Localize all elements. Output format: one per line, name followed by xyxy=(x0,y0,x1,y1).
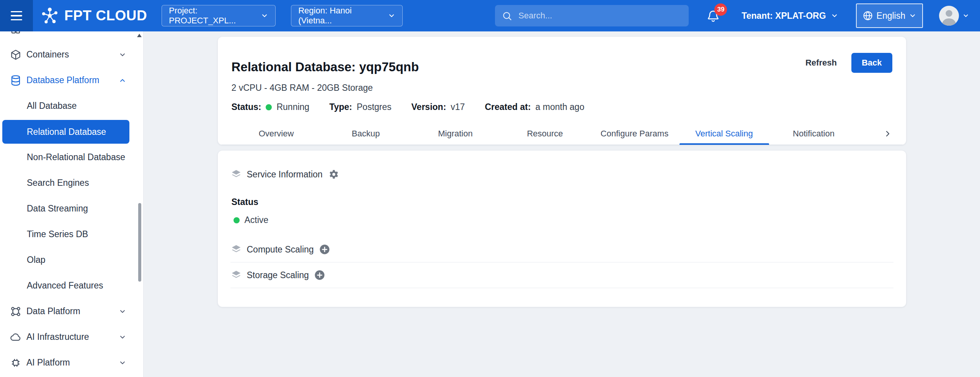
vertical-scaling-panel: Service Information Status Active Comput… xyxy=(218,151,906,307)
sidebar-scrollbar-thumb[interactable] xyxy=(138,203,141,282)
tab-vertical-scaling[interactable]: Vertical Scaling xyxy=(679,123,769,144)
refresh-button[interactable]: Refresh xyxy=(803,57,839,68)
status-meta: Status: Running xyxy=(232,102,310,112)
sidebar-item-label: Data Platform xyxy=(26,306,80,316)
chevron-down-icon xyxy=(831,12,838,20)
chevron-up-icon xyxy=(119,77,126,84)
tab-backup[interactable]: Backup xyxy=(321,123,411,144)
sidebar-scroll-up-button[interactable] xyxy=(137,32,142,38)
storage-scaling-section: Storage Scaling xyxy=(230,269,893,288)
sidebar-item-containers[interactable]: Containers xyxy=(0,42,143,67)
header-actions: Refresh Back xyxy=(803,53,892,73)
sidebar-item-label: Time Series DB xyxy=(27,229,88,239)
region-selector[interactable]: Region: Hanoi (Vietna... xyxy=(291,5,403,26)
layers-icon xyxy=(230,269,242,281)
sidebar: Containers Database Platform All Databas… xyxy=(0,31,144,377)
sidebar-item-label: Data Streaming xyxy=(27,203,88,214)
sidebar-item-advanced-features[interactable]: Advanced Features xyxy=(0,273,143,298)
chevron-down-icon xyxy=(909,12,916,20)
sidebar-item-label: All Database xyxy=(27,101,77,111)
sidebar-item-data-platform[interactable]: Data Platform xyxy=(0,298,143,324)
sidebar-item-database-platform[interactable]: Database Platform xyxy=(0,67,143,93)
sidebar-item-label: Relational Database xyxy=(27,127,106,137)
sidebar-item-label: Search Engines xyxy=(27,178,89,188)
notifications-button[interactable]: 39 xyxy=(706,9,720,23)
language-selector[interactable]: English xyxy=(856,3,923,28)
sidebar-item-ai-infrastructure[interactable]: AI Infrastructure xyxy=(0,324,143,350)
sidebar-item-search-engines[interactable]: Search Engines xyxy=(0,170,143,196)
chevron-down-icon xyxy=(119,31,126,33)
tabs-scroll-right-button[interactable] xyxy=(883,123,892,144)
sidebar-item-ai-platform[interactable]: AI Platform xyxy=(0,350,143,375)
compute-scaling-add-button[interactable] xyxy=(319,244,330,255)
sidebar-item-non-relational-database[interactable]: Non-Relational Database xyxy=(0,144,143,170)
page-title: Relational Database: yqp75qnb xyxy=(232,60,807,74)
sidebar-item-data-streaming[interactable]: Data Streaming xyxy=(0,196,143,221)
sidebar-item-label: Olap xyxy=(27,255,46,265)
sidebar-item-olap[interactable]: Olap xyxy=(0,247,143,273)
gear-icon xyxy=(328,169,339,180)
status-active-row: Active xyxy=(230,215,893,225)
sidebar-item-label: Non-Relational Database xyxy=(27,152,125,162)
database-specs: 2 vCPU - 4GB RAM - 20GB Storage xyxy=(232,83,807,93)
search-input[interactable] xyxy=(518,10,682,21)
status-label: Status: xyxy=(232,102,261,112)
panel-status-value: Active xyxy=(245,215,269,225)
sidebar-item-clipped[interactable] xyxy=(0,31,143,42)
status-heading: Status xyxy=(230,197,893,207)
chevron-down-icon xyxy=(119,333,126,341)
project-selector-label: Project: PROJECT_XPL... xyxy=(169,6,255,26)
globe-icon xyxy=(862,10,873,21)
version-meta: Version: v17 xyxy=(412,102,465,112)
compute-scaling-title: Compute Scaling xyxy=(247,244,314,255)
version-label: Version: xyxy=(412,102,446,112)
sidebar-item-all-database[interactable]: All Database xyxy=(0,93,143,119)
package-icon xyxy=(10,49,21,61)
created-at-meta: Created at: a month ago xyxy=(485,102,584,112)
language-label: English xyxy=(877,11,905,21)
cloud-icon xyxy=(10,331,21,343)
tab-notification[interactable]: Notification xyxy=(769,123,859,144)
service-information-section: Service Information xyxy=(230,151,893,180)
chip-icon xyxy=(10,357,21,369)
tab-migration[interactable]: Migration xyxy=(411,123,500,144)
chevron-down-icon xyxy=(962,12,969,19)
type-meta: Type: Postgres xyxy=(329,102,391,112)
fpt-cloud-logo: FPT CLOUD xyxy=(40,6,147,26)
created-at-value: a month ago xyxy=(536,102,585,112)
tenant-selector[interactable]: Tenant: XPLAT-ORG xyxy=(742,11,838,21)
sidebar-item-time-series-db[interactable]: Time Series DB xyxy=(0,221,143,247)
chevron-down-icon xyxy=(119,51,126,59)
sidebar-item-label: AI Infrastructure xyxy=(26,332,89,342)
tab-overview[interactable]: Overview xyxy=(232,123,321,144)
database-header-card: Relational Database: yqp75qnb 2 vCPU - 4… xyxy=(218,37,906,145)
chevron-down-icon xyxy=(261,12,268,20)
hamburger-menu-button[interactable] xyxy=(0,0,33,31)
service-information-settings-button[interactable] xyxy=(328,169,339,180)
user-menu[interactable] xyxy=(939,6,969,26)
type-label: Type: xyxy=(329,102,352,112)
status-value: Running xyxy=(276,102,309,112)
tab-resource[interactable]: Resource xyxy=(500,123,590,144)
database-icon xyxy=(10,75,21,86)
region-selector-label: Region: Hanoi (Vietna... xyxy=(298,6,382,26)
version-value: v17 xyxy=(451,102,465,112)
chevron-down-icon xyxy=(119,359,126,367)
storage-scaling-title: Storage Scaling xyxy=(247,270,309,280)
fpt-cloud-logo-icon xyxy=(40,6,60,26)
back-button[interactable]: Back xyxy=(851,53,892,73)
chevron-down-icon xyxy=(388,12,395,20)
main-content: Relational Database: yqp75qnb 2 vCPU - 4… xyxy=(144,31,980,307)
avatar xyxy=(939,6,959,26)
tab-configure-params[interactable]: Configure Params xyxy=(590,123,679,144)
database-meta-row: Status: Running Type: Postgres Version: … xyxy=(232,102,807,112)
project-selector[interactable]: Project: PROJECT_XPL... xyxy=(162,5,276,26)
network-nodes-icon xyxy=(10,306,21,317)
storage-scaling-add-button[interactable] xyxy=(314,269,325,281)
sidebar-item-relational-database[interactable]: Relational Database xyxy=(2,120,129,144)
tab-bar: Overview Backup Migration Resource Confi… xyxy=(218,123,906,145)
type-value: Postgres xyxy=(357,102,392,112)
hamburger-icon xyxy=(11,11,22,21)
sidebar-item-label: Containers xyxy=(26,49,69,60)
plus-circle-icon xyxy=(314,269,325,281)
